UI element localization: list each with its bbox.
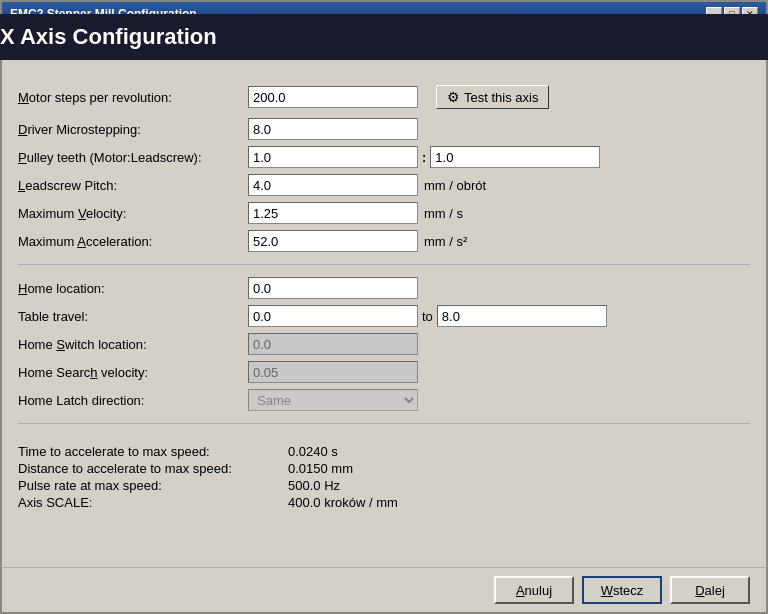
accel-time-label: Time to accelerate to max speed: — [18, 444, 278, 459]
stats-section: Time to accelerate to max speed: 0.0240 … — [18, 438, 750, 512]
motor-steps-row: Motor steps per revolution: ⚙ Test this … — [18, 84, 750, 110]
axis-scale-value: 400.0 kroków / mm — [288, 495, 398, 510]
accel-dist-value: 0.0150 mm — [288, 461, 353, 476]
home-section: Home location: Table travel: to Home Swi… — [18, 275, 750, 424]
driver-microstepping-row: Driver Microstepping: — [18, 116, 750, 142]
max-acceleration-unit: mm / s² — [424, 234, 467, 249]
max-acceleration-row: Maximum Acceleration: mm / s² — [18, 228, 750, 254]
home-latch-row: Home Latch direction: Same — [18, 387, 750, 413]
test-axis-button[interactable]: ⚙ Test this axis — [436, 85, 549, 109]
pulley-separator: : — [422, 150, 426, 165]
home-switch-input[interactable] — [248, 333, 418, 355]
accel-dist-row: Distance to accelerate to max speed: 0.0… — [18, 461, 750, 476]
home-switch-row: Home Switch location: — [18, 331, 750, 357]
home-search-input[interactable] — [248, 361, 418, 383]
pulley-inputs: : — [248, 146, 600, 168]
home-search-row: Home Search velocity: — [18, 359, 750, 385]
max-acceleration-input[interactable] — [248, 230, 418, 252]
axis-scale-row: Axis SCALE: 400.0 kroków / mm — [18, 495, 750, 510]
pulley-motor-input[interactable] — [248, 146, 418, 168]
table-travel-label: Table travel: — [18, 309, 248, 324]
pulley-teeth-row: Pulley teeth (Motor:Leadscrew): : — [18, 144, 750, 170]
travel-to-label: to — [422, 309, 433, 324]
home-latch-label: Home Latch direction: — [18, 393, 248, 408]
max-velocity-label: Maximum Velocity: — [18, 206, 248, 221]
motor-steps-input[interactable] — [248, 86, 418, 108]
home-search-label: Home Search velocity: — [18, 365, 248, 380]
pulley-teeth-label: Pulley teeth (Motor:Leadscrew): — [18, 150, 248, 165]
content-area: Motor steps per revolution: ⚙ Test this … — [2, 72, 766, 567]
max-velocity-row: Maximum Velocity: mm / s — [18, 200, 750, 226]
axis-scale-label: Axis SCALE: — [18, 495, 278, 510]
leadscrew-pitch-input[interactable] — [248, 174, 418, 196]
form-area: Motor steps per revolution: ⚙ Test this … — [18, 84, 750, 555]
next-button[interactable]: Dalej — [670, 576, 750, 604]
cancel-button[interactable]: Anuluj — [494, 576, 574, 604]
driver-microstepping-input[interactable] — [248, 118, 418, 140]
test-axis-label: Test this axis — [464, 90, 538, 105]
table-travel-to-input[interactable] — [437, 305, 607, 327]
accel-dist-label: Distance to accelerate to max speed: — [18, 461, 278, 476]
leadscrew-pitch-row: Leadscrew Pitch: mm / obrót — [18, 172, 750, 198]
home-location-input[interactable] — [248, 277, 418, 299]
leadscrew-pitch-label: Leadscrew Pitch: — [18, 178, 248, 193]
pulse-rate-label: Pulse rate at max speed: — [18, 478, 278, 493]
home-switch-label: Home Switch location: — [18, 337, 248, 352]
main-window: EMC2 Stepper Mill Configuration _ □ ✕ X … — [0, 0, 768, 614]
table-travel-from-input[interactable] — [248, 305, 418, 327]
page-title: X Axis Configuration — [0, 14, 768, 60]
accel-time-row: Time to accelerate to max speed: 0.0240 … — [18, 444, 750, 459]
travel-inputs: to — [248, 305, 607, 327]
table-travel-row: Table travel: to — [18, 303, 750, 329]
pulley-leadscrew-input[interactable] — [430, 146, 600, 168]
pulse-rate-row: Pulse rate at max speed: 500.0 Hz — [18, 478, 750, 493]
leadscrew-pitch-unit: mm / obrót — [424, 178, 486, 193]
max-acceleration-label: Maximum Acceleration: — [18, 234, 248, 249]
home-latch-select[interactable]: Same — [248, 389, 418, 411]
gear-icon: ⚙ — [447, 89, 460, 105]
home-location-row: Home location: — [18, 275, 750, 301]
motor-steps-label: Motor steps per revolution: — [18, 90, 248, 105]
motor-section: Motor steps per revolution: ⚙ Test this … — [18, 84, 750, 265]
bottom-bar: Anuluj Wstecz Dalej — [2, 567, 766, 612]
pulse-rate-value: 500.0 Hz — [288, 478, 340, 493]
driver-microstepping-label: Driver Microstepping: — [18, 122, 248, 137]
home-location-label: Home location: — [18, 281, 248, 296]
max-velocity-unit: mm / s — [424, 206, 463, 221]
back-button[interactable]: Wstecz — [582, 576, 662, 604]
accel-time-value: 0.0240 s — [288, 444, 338, 459]
max-velocity-input[interactable] — [248, 202, 418, 224]
